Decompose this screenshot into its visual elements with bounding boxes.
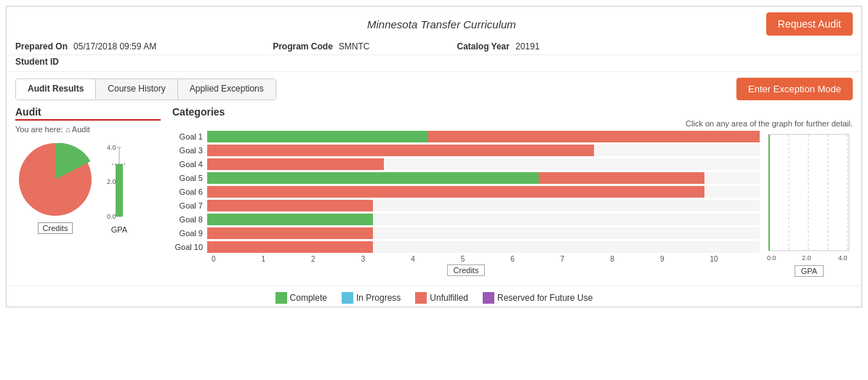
gpa-bar-label-left: GPA xyxy=(111,225,127,234)
bar-label-goal1: Goal 1 xyxy=(172,132,207,141)
catalog-year-label: Catalog Year xyxy=(457,41,509,52)
x-tick-6: 6 xyxy=(510,255,560,263)
enter-exception-mode-button[interactable]: Enter Exception Mode xyxy=(736,78,853,100)
unfulfilled-label: Unfulfilled xyxy=(430,293,468,303)
bar-label-goal9: Goal 9 xyxy=(172,229,207,238)
bar-label-goal7: Goal 7 xyxy=(172,201,207,210)
request-audit-button[interactable]: Request Audit xyxy=(766,12,853,36)
x-tick-9: 9 xyxy=(660,255,710,263)
bar-label-goal4: Goal 4 xyxy=(172,160,207,169)
breadcrumb-you-are-here: You are here: xyxy=(15,125,63,134)
credits-axis-label: Credits xyxy=(447,264,486,276)
prepared-on-label: Prepared On xyxy=(15,41,68,52)
x-tick-5: 5 xyxy=(461,255,511,263)
prepared-on-value: 05/17/2018 09:59 AM xyxy=(73,41,156,52)
audit-title: Audit xyxy=(15,106,161,118)
complete-swatch xyxy=(276,292,287,304)
tab-applied-exceptions[interactable]: Applied Exceptions xyxy=(178,79,276,100)
svg-text:2.0: 2.0 xyxy=(107,178,116,185)
reserved-label: Reserved for Future Use xyxy=(497,293,592,303)
complete-label: Complete xyxy=(290,293,327,303)
credits-pie-label: Credits xyxy=(38,222,73,234)
breadcrumb-page: Audit xyxy=(72,125,90,134)
bar-label-goal3: Goal 3 xyxy=(172,146,207,155)
categories-gpa-chart[interactable]: 0.0 2.0 4.0 GPA xyxy=(765,131,853,277)
page-title: Minnesota Transfer Curriculum xyxy=(117,18,766,31)
svg-text:4.0: 4.0 xyxy=(107,144,116,151)
categories-title: Categories xyxy=(172,106,853,118)
program-code-label: Program Code xyxy=(273,41,333,52)
x-tick-4: 4 xyxy=(411,255,461,263)
program-code-value: SMNTC xyxy=(339,41,370,52)
bar-label-goal5: Goal 5 xyxy=(172,174,207,182)
x-tick-2: 2 xyxy=(311,255,361,263)
in-progress-swatch xyxy=(342,292,353,304)
x-tick-1: 1 xyxy=(262,255,312,263)
x-tick-8: 8 xyxy=(610,255,660,263)
in-progress-label: In Progress xyxy=(356,293,401,303)
x-tick-0: 0 xyxy=(212,255,262,263)
unfulfilled-swatch xyxy=(415,292,427,304)
svg-rect-8 xyxy=(116,164,123,217)
svg-text:4.0: 4.0 xyxy=(838,254,848,262)
gpa-axis-label: GPA xyxy=(795,265,824,277)
legend: Complete In Progress Unfulfilled Reserve… xyxy=(7,286,861,307)
x-tick-10: 10 xyxy=(710,255,760,263)
tab-course-history[interactable]: Course History xyxy=(96,79,177,100)
tab-audit-results[interactable]: Audit Results xyxy=(16,79,96,100)
svg-text:0.0: 0.0 xyxy=(107,213,116,220)
svg-text:0.0: 0.0 xyxy=(767,254,776,262)
x-tick-3: 3 xyxy=(361,255,411,263)
legend-reserved: Reserved for Future Use xyxy=(483,292,592,304)
legend-in-progress: In Progress xyxy=(342,292,401,304)
bar-label-goal6: Goal 6 xyxy=(172,187,207,196)
categories-bar-chart[interactable]: Goal 1 Goal 3 xyxy=(172,131,760,277)
student-id-label: Student ID xyxy=(15,57,59,67)
catalog-year-value: 20191 xyxy=(515,41,539,52)
gpa-bar-chart-left[interactable]: 4.0 2.0 0.0 GPA xyxy=(101,144,137,234)
reserved-swatch xyxy=(483,292,494,304)
breadcrumb: You are here: ⌂ Audit xyxy=(15,125,161,134)
svg-text:2.0: 2.0 xyxy=(802,254,811,262)
bar-label-goal8: Goal 8 xyxy=(172,215,207,224)
tabs-container: Audit Results Course History Applied Exc… xyxy=(15,78,276,100)
graph-hint: Click on any area of the graph for furth… xyxy=(172,119,853,128)
legend-unfulfilled: Unfulfilled xyxy=(415,292,468,304)
svg-rect-10 xyxy=(769,134,849,251)
bar-label-goal10: Goal 10 xyxy=(172,243,207,251)
home-icon: ⌂ xyxy=(65,125,72,134)
credits-pie-chart[interactable] xyxy=(15,140,95,219)
legend-complete: Complete xyxy=(276,292,327,304)
x-tick-7: 7 xyxy=(560,255,611,263)
